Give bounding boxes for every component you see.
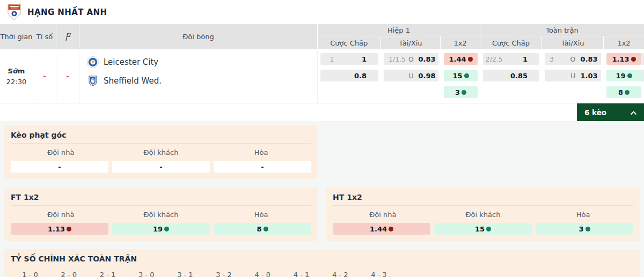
over-indicator: O [404,55,419,63]
ht-draw-odds[interactable]: 3 [536,223,633,235]
score-cell: 3 - 0 - [127,269,166,277]
full-handicap-odds-2[interactable]: 0.85 [483,70,539,81]
odds-value: 3 [579,225,583,233]
score-label: 1 - 0 [11,269,49,277]
half1-overunder-column: 1/1.5 O 0.83 U 0.98 [381,53,441,103]
corner-home-odds[interactable]: - [11,161,108,173]
match-score-cell: - [33,49,56,103]
col-label-away: Đội khách [111,211,211,219]
half1-1x2-away-odds[interactable]: 15 [444,70,478,81]
half1-1x2-home-odds[interactable]: 1.44 [444,53,478,65]
odds-value: 19 [153,225,163,233]
ht-away-odds[interactable]: 15 [434,223,532,235]
over-odds: 0.83 [418,55,434,63]
ht-home-odds[interactable]: 1.44 [333,223,430,235]
subcol-half1-1x2: 1x2 [441,36,480,49]
half1-handicap-odds-1[interactable]: 1 1 [320,53,378,65]
score-label: 3 - 0 [127,269,166,277]
half1-1x2-draw-odds[interactable]: 3 [444,86,478,98]
trend-up-dot [264,227,268,231]
col-label-away: Đội khách [111,148,211,156]
half1-over-odds[interactable]: 1/1.5 O 0.83 [384,53,438,65]
ft-1x2-card: FT 1x2 Đội nhà Đội khách Hòa 1.13 19 8 [4,188,318,241]
odds-value: 15 [475,225,485,233]
half1-under-odds[interactable]: U 0.98 [384,70,438,81]
match-row: Sớm 22:30 - - Leicester City [0,49,644,103]
odds-table-header: Thời gian Tỉ số Đội bóng Hiệp 1 Cược Chấ… [0,24,644,49]
corner-flag-icon [64,33,71,41]
trend-up-dot [164,227,169,231]
handicap-odds: 0.85 [506,72,528,80]
full-1x2-away-odds[interactable]: 19 [606,70,641,81]
subcol-full-handicap: Cược Chấp [480,36,542,49]
overunder-line: 3 [550,55,566,63]
more-bets-label: 6 kèo [584,108,606,117]
group-label-half1: Hiệp 1 [318,24,480,36]
league-title: HẠNG NHẤT ANH [27,8,107,17]
match-kickoff-time: 22:30 [6,78,26,86]
trend-up-dot [586,227,590,231]
handicap-odds: 0.8 [343,72,367,80]
match-corner-cell: - [56,49,79,103]
section-title: HT 1x2 [333,193,633,206]
odds-value: 15 [452,72,462,80]
half1-1x2-column: 1.44 15 3 [441,53,480,103]
trend-down-dot [389,227,393,231]
overunder-line: 1/1.5 [389,55,404,63]
full-over-odds[interactable]: 3 O 0.83 [545,53,601,65]
full-1x2-draw-odds[interactable]: 8 [606,86,641,98]
ft-away-odds[interactable]: 19 [112,223,210,235]
half1-handicap-odds-2[interactable]: 0.8 [320,70,378,81]
trend-down-dot [67,227,71,231]
over-odds: 0.83 [580,55,596,63]
subcol-full-overunder: Tài/Xỉu [542,36,604,49]
col-group-fulltime: Toàn trận Cược Chấp Tài/Xỉu 1x2 [480,24,644,49]
odds-value: 1.44 [449,55,466,63]
corner-away-odds[interactable]: - [112,161,210,173]
under-indicator: U [404,72,419,80]
corner-draw-odds[interactable]: - [214,161,311,173]
trend-up-dot [464,73,469,78]
handicap-odds: 1 [343,55,367,63]
corner-kicks-card: Kèo phạt góc Đội nhà Đội khách Hòa - - - [4,125,318,179]
more-bets-button[interactable]: 6 kèo [577,103,644,121]
ft-home-odds[interactable]: 1.13 [11,223,108,235]
odds-value: 3 [455,88,460,96]
full-under-odds[interactable]: U 1.03 [545,70,601,81]
score-cell: 3 - 1 - [166,269,204,277]
home-team-row[interactable]: Leicester City [87,56,317,68]
col-group-half1: Hiệp 1 Cược Chấp Tài/Xỉu 1x2 [318,24,480,49]
under-odds: 0.98 [418,72,434,80]
score-cell: 4 - 3 - [360,269,398,277]
over-indicator: O [566,55,581,63]
more-bets-row: 6 kèo [0,103,644,121]
col-label-away: Đội khách [433,211,533,219]
score-label: 2 - 0 [49,269,88,277]
full-handicap-column: 2/2.5 1 0.85 [480,53,542,103]
ft-draw-odds[interactable]: 8 [214,223,311,235]
score-label: 4 - 2 [321,269,360,277]
match-teams-cell[interactable]: Leicester City Sheffield Wed. [79,49,318,103]
fulltime-odds-group: 2/2.5 1 0.85 3 O 0.83 U 1.03 [480,49,644,103]
odds-value: 1.44 [370,225,387,233]
full-handicap-odds-1[interactable]: 2/2.5 1 [483,53,539,65]
col-header-corner [56,24,79,49]
score-cell: 4 - 1 - [282,269,320,277]
score-label: 4 - 1 [282,269,320,277]
full-1x2-home-odds[interactable]: 1.13 [606,53,641,65]
odds-value: 19 [616,72,625,80]
full-1x2-column: 1.13 19 8 [604,53,644,103]
odds-value: 1.13 [612,55,629,63]
away-team-row[interactable]: Sheffield Wed. [87,75,317,87]
col-label-home: Đội nhà [11,211,111,219]
col-label-draw: Hòa [211,211,311,219]
trend-down-dot [631,57,636,62]
home-team-name: Leicester City [104,57,158,67]
trend-up-dot [627,73,632,78]
score-cell: 2 - 1 - [88,269,127,277]
trend-down-dot [468,57,473,62]
chevron-up-icon [630,107,637,117]
score-label: 3 - 1 [166,269,204,277]
score-label: 4 - 0 [243,269,282,277]
trend-up-dot [462,90,466,95]
